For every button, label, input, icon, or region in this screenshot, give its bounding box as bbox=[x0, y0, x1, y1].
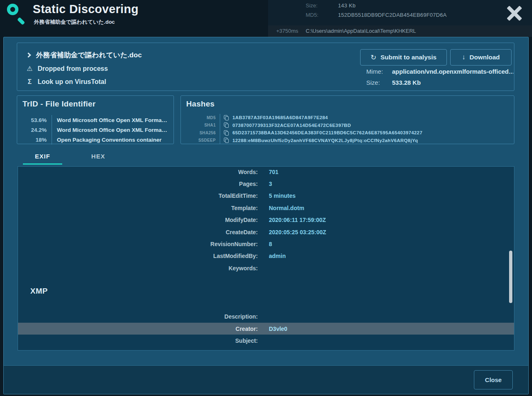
timestamp: +3750ms bbox=[276, 28, 298, 34]
xmp-row[interactable]: Creator: D3vle0 bbox=[18, 323, 514, 335]
trid-match-name: Open Packaging Conventions container bbox=[52, 135, 171, 145]
copy-icon[interactable] bbox=[224, 138, 229, 143]
virustotal-icon: Σ bbox=[26, 78, 34, 86]
search-icon-circle bbox=[7, 4, 18, 15]
hash-rows: MD5 1AB3787A3F03A19685A6D847A9F7E284 SHA… bbox=[181, 114, 511, 144]
file-name-row[interactable]: 外務省補助金で謳われていた.doc bbox=[26, 50, 142, 60]
exif-key: TotalEditTime: bbox=[18, 192, 258, 199]
exif-row: CreateDate: 2020:05:25 03:25:00Z bbox=[18, 226, 514, 238]
background-size-row: Size:143 Kb bbox=[306, 2, 356, 9]
exif-key: Pages: bbox=[18, 181, 258, 187]
exif-key: Template: bbox=[18, 205, 258, 211]
xmp-value: D3vle0 bbox=[269, 326, 514, 332]
trid-row: 18% Open Packaging Conventions container bbox=[17, 135, 171, 145]
exif-panel: Words: 701 Pages: 3 TotalEditTime: 5 min… bbox=[18, 166, 514, 351]
exif-value: 2020:06:11 17:59:00Z bbox=[269, 217, 514, 223]
xmp-section-title: XMP bbox=[30, 287, 514, 296]
tab-exif[interactable]: EXIF bbox=[23, 150, 62, 165]
tab-hex[interactable]: HEX bbox=[79, 150, 118, 165]
close-button[interactable]: Close bbox=[474, 370, 513, 389]
hash-value: 1AB3787A3F03A19685A6D847A9F7E284 bbox=[232, 115, 511, 120]
copy-icon[interactable] bbox=[224, 130, 229, 136]
hash-row: SHA256 65D23715738BAA13D62456DEA383F0C21… bbox=[181, 129, 511, 137]
trid-percent: 18% bbox=[17, 137, 47, 143]
file-path: C:\Users\admin\AppData\Local\Temp\KHKERL bbox=[306, 28, 416, 34]
background-path-row: +3750ms C:\Users\admin\AppData\Local\Tem… bbox=[268, 25, 532, 37]
dropped-from-process-row[interactable]: ⚠ Dropped from process bbox=[26, 65, 108, 72]
exif-value: 3 bbox=[269, 181, 514, 187]
exif-row: ModifyDate: 2020:06:11 17:59:00Z bbox=[18, 214, 514, 226]
trid-match-name: Word Microsoft Office Open XML Forma… bbox=[52, 125, 171, 135]
scrollbar-thumb[interactable] bbox=[509, 251, 512, 303]
xmp-key: Subject: bbox=[18, 337, 258, 344]
submit-to-analysis-button[interactable]: ↻ Submit to analysis bbox=[360, 49, 447, 66]
xmp-rows: Description: Creator: D3vle0 Subject: bbox=[18, 311, 514, 347]
hash-value: 65D23715738BAA13D62456DEA383F0C2119BD6C5… bbox=[232, 130, 511, 135]
exif-value: admin bbox=[269, 253, 514, 259]
hash-row: SSDEEP 12288:eM8BuwzUhf5zDy2anhVF68CVNAY… bbox=[181, 137, 511, 145]
hash-value: 07387007739313F32ACE07A14D54E472C6E397BD bbox=[232, 123, 511, 128]
exif-value: 5 minutes bbox=[269, 192, 514, 199]
close-icon[interactable] bbox=[504, 3, 525, 23]
file-size-row: Size:533.28 Kb bbox=[366, 79, 421, 86]
exif-rows: Words: 701 Pages: 3 TotalEditTime: 5 min… bbox=[18, 166, 514, 274]
search-icon-handle bbox=[17, 17, 25, 25]
trid-percent: 24.2% bbox=[17, 127, 47, 133]
exif-key: RevisionNumber: bbox=[18, 241, 258, 247]
file-size-label: Size: bbox=[366, 79, 392, 86]
screen: Static Discovering 外務省補助金で謳われていた.doc Siz… bbox=[0, 0, 532, 396]
exif-value: 701 bbox=[269, 169, 514, 175]
trid-rows: 53.6% Word Microsoft Office Open XML For… bbox=[17, 115, 171, 145]
xmp-key: Creator: bbox=[18, 326, 258, 332]
page-subtitle-filename: 外務省補助金で謳われていた.doc bbox=[34, 18, 115, 26]
hash-row: MD5 1AB3787A3F03A19685A6D847A9F7E284 bbox=[181, 114, 511, 122]
virustotal-label: Look up on VirusTotal bbox=[38, 78, 106, 86]
exif-key: Keywords: bbox=[18, 265, 258, 272]
page-title: Static Discovering bbox=[33, 2, 138, 16]
exif-value: Normal.dotm bbox=[269, 205, 514, 211]
exif-key: ModifyDate: bbox=[18, 217, 258, 223]
exif-key: LastModifiedBy: bbox=[18, 253, 258, 259]
submit-button-label: Submit to analysis bbox=[381, 54, 437, 61]
size-label: Size: bbox=[306, 2, 338, 9]
exif-row: LastModifiedBy: admin bbox=[18, 250, 514, 262]
copy-icon[interactable] bbox=[224, 122, 229, 128]
refresh-icon: ↻ bbox=[370, 53, 376, 62]
md5-value: 152DB5518DB9DFC2DAB454EB69F07D6A bbox=[338, 12, 446, 18]
trid-row: 24.2% Word Microsoft Office Open XML For… bbox=[17, 125, 171, 135]
mime-value: application/vnd.openxmlformats-officed… bbox=[392, 68, 514, 75]
trid-row: 53.6% Word Microsoft Office Open XML For… bbox=[17, 115, 171, 125]
trid-match-name: Word Microsoft Office Open XML Forma… bbox=[52, 115, 171, 125]
tabs: EXIF HEX bbox=[23, 150, 118, 165]
static-discovering-modal: 外務省補助金で謳われていた.doc ⚠ Dropped from process… bbox=[3, 37, 529, 394]
exif-value: 8 bbox=[269, 241, 514, 247]
file-info-panel: 外務省補助金で謳われていた.doc ⚠ Dropped from process… bbox=[17, 43, 514, 91]
download-button-label: Download bbox=[469, 54, 500, 61]
trid-panel: TrID - File Identifier 53.6% Word Micros… bbox=[17, 95, 174, 144]
trid-percent: 53.6% bbox=[17, 117, 47, 123]
exif-row: Pages: 3 bbox=[18, 178, 514, 190]
size-value: 143 Kb bbox=[338, 2, 356, 9]
hash-row: SHA1 07387007739313F32ACE07A14D54E472C6E… bbox=[181, 122, 511, 129]
copy-icon[interactable] bbox=[224, 115, 229, 120]
hash-type-label: SHA1 bbox=[181, 122, 220, 129]
hash-type-label: SSDEEP bbox=[181, 137, 220, 145]
xmp-row[interactable]: Description: bbox=[18, 311, 514, 323]
hashes-panel: Hashes MD5 1AB3787A3F03A19685A6D847A9F7E… bbox=[180, 95, 514, 144]
exif-row: TotalEditTime: 5 minutes bbox=[18, 190, 514, 202]
background-md5-row: MD5:152DB5518DB9DFC2DAB454EB69F07D6A bbox=[306, 12, 446, 18]
background-file-meta: Size:143 Kb MD5:152DB5518DB9DFC2DAB454EB… bbox=[268, 0, 532, 25]
virustotal-link[interactable]: Σ Look up on VirusTotal bbox=[26, 78, 106, 86]
exif-value: 2020:05:25 03:25:00Z bbox=[269, 229, 514, 235]
xmp-row[interactable]: Subject: bbox=[18, 335, 514, 346]
dropped-from-process-label: Dropped from process bbox=[38, 65, 108, 72]
md5-label: MD5: bbox=[306, 12, 338, 18]
exif-key: Words: bbox=[18, 169, 258, 175]
exif-row: Words: 701 bbox=[18, 166, 514, 178]
hash-type-label: MD5 bbox=[181, 114, 220, 122]
mime-row: Mime:application/vnd.openxmlformats-offi… bbox=[366, 68, 514, 75]
search-icon bbox=[4, 2, 27, 25]
hash-value: 12288:eM8BuwzUhf5zDy2anhVF68CVNAYQK2LJy8… bbox=[232, 138, 511, 143]
download-button[interactable]: ↓ Download bbox=[450, 49, 512, 66]
mime-label: Mime: bbox=[366, 68, 392, 75]
